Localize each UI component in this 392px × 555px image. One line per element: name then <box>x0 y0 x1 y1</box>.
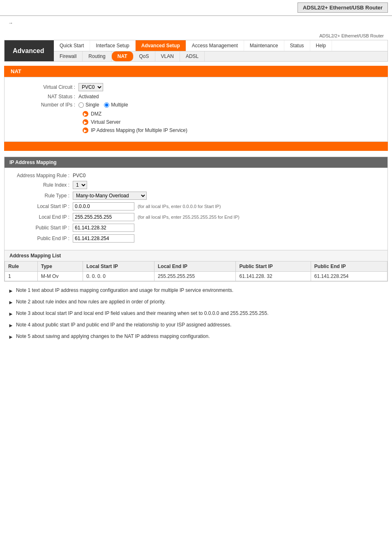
sub-tab-vlan[interactable]: VLAN <box>155 51 180 61</box>
mapping-table: Rule Type Local Start IP Local End IP Pu… <box>5 261 387 281</box>
device-title: ADSL2/2+ Ethernet/USB Router <box>297 2 388 13</box>
cell-local-end-ip: 255.255.255.255 <box>154 272 236 281</box>
public-start-ip-input[interactable] <box>73 224 134 232</box>
cell-local-start-ip: 0. 0. 0. 0 <box>83 272 154 281</box>
rule-index-label: Rule Index : <box>11 182 73 188</box>
table-row: 1 M-M Ov 0. 0. 0. 0 255.255.255.255 61.1… <box>5 272 387 281</box>
local-end-ip-input[interactable] <box>73 213 134 221</box>
sub-tab-qos[interactable]: QoS <box>134 51 155 61</box>
sub-tab-routing[interactable]: Routing <box>83 51 111 61</box>
local-start-ip-input[interactable] <box>73 202 134 210</box>
address-mapping-rule-value: PVC0 <box>73 173 85 178</box>
nav-tabs-top: Quick Start Interface Setup Advanced Set… <box>54 40 387 51</box>
note-4-arrow: ► <box>8 322 14 328</box>
tab-advanced-setup[interactable]: Advanced Setup <box>136 40 186 51</box>
sub-tab-adsl[interactable]: ADSL <box>180 51 205 61</box>
nat-status-label: NAT Status : <box>13 94 78 99</box>
single-label: Single <box>85 102 99 108</box>
number-of-ips-row: Number of IPs : Single Multiple <box>13 102 379 108</box>
local-end-ip-label: Local End IP : <box>11 214 73 220</box>
multiple-radio[interactable] <box>104 102 109 108</box>
virtual-circuit-select[interactable]: PVC0 <box>78 83 103 91</box>
rule-index-select[interactable]: 1 <box>73 181 87 189</box>
sub-tab-nat[interactable]: NAT <box>112 51 134 61</box>
col-public-end-ip: Public End IP <box>311 261 387 272</box>
ip-mapping-body: Address Mapping Rule : PVC0 Rule Index :… <box>5 168 387 250</box>
ip-address-mapping-bullet[interactable]: ▶ IP Address Mapping (for Multiple IP Se… <box>83 127 379 133</box>
public-end-ip-row: Public End IP : <box>11 234 381 243</box>
single-radio[interactable] <box>78 102 84 108</box>
cell-rule: 1 <box>5 272 38 281</box>
note-2: ► Note 2 about rule index and how rules … <box>8 299 384 305</box>
cell-public-end-ip: 61.141.228.254 <box>311 272 387 281</box>
nat-status-row: NAT Status : Activated <box>13 94 379 99</box>
bullet-list: ▶ DMZ ▶ Virtual Server ▶ IP Address Mapp… <box>83 111 379 133</box>
col-local-start-ip: Local Start IP <box>83 261 154 272</box>
nat-box: Virtual Circuit : PVC0 NAT Status : Acti… <box>4 77 388 142</box>
tab-help[interactable]: Help <box>310 40 332 51</box>
local-end-ip-row: Local End IP : (for all local IPs, enter… <box>11 213 381 221</box>
rule-type-select[interactable]: Many-to-Many Overload <box>73 192 147 200</box>
col-local-end-ip: Local End IP <box>154 261 236 272</box>
rule-index-row: Rule Index : 1 <box>11 181 381 189</box>
tab-access-management[interactable]: Access Management <box>186 40 244 51</box>
col-rule: Rule <box>5 261 38 272</box>
dmz-icon: ▶ <box>83 111 88 117</box>
breadcrumb: → <box>8 20 384 26</box>
number-of-ips-group: Single Multiple <box>78 102 128 108</box>
virtual-circuit-row: Virtual Circuit : PVC0 <box>13 83 379 91</box>
main-nav: Advanced Quick Start Interface Setup Adv… <box>4 40 388 62</box>
multiple-label: Multiple <box>111 102 128 108</box>
breadcrumb-arrow: → <box>8 20 13 26</box>
dmz-label: DMZ <box>91 111 101 117</box>
sub-tab-firewall[interactable]: Firewall <box>54 51 83 61</box>
device-label: ADSL2/2+ Ethernet/USB Router <box>0 33 392 38</box>
note-1-arrow: ► <box>8 288 14 294</box>
rule-type-row: Rule Type : Many-to-Many Overload <box>11 192 381 200</box>
virtual-server-label: Virtual Server <box>91 119 120 125</box>
note-3-arrow: ► <box>8 311 14 317</box>
note-2-arrow: ► <box>8 299 14 305</box>
note-5-arrow: ► <box>8 334 14 340</box>
nav-tabs-container: Quick Start Interface Setup Advanced Set… <box>54 40 387 61</box>
number-of-ips-label: Number of IPs : <box>13 102 78 108</box>
public-end-ip-input[interactable] <box>73 234 134 243</box>
multiple-radio-label[interactable]: Multiple <box>104 102 128 108</box>
note-3: ► Note 3 about local start IP and local … <box>8 310 384 317</box>
rule-type-label: Rule Type : <box>11 193 73 199</box>
nav-sub-tabs: Firewall Routing NAT QoS VLAN ADSL <box>54 51 387 61</box>
tab-quick-start[interactable]: Quick Start <box>54 40 90 51</box>
public-start-ip-row: Public Start IP : <box>11 224 381 232</box>
dmz-bullet[interactable]: ▶ DMZ <box>83 111 379 117</box>
tab-maintenance[interactable]: Maintenance <box>244 40 284 51</box>
nat-status-value: Activated <box>78 94 99 99</box>
virtual-server-icon: ▶ <box>83 119 88 125</box>
table-header-row: Rule Type Local Start IP Local End IP Pu… <box>5 261 387 272</box>
cell-public-start-ip: 61.141.228. 32 <box>236 272 311 281</box>
note-1: ► Note 1 text about IP address mapping c… <box>8 287 384 294</box>
orange-footer <box>4 142 388 151</box>
breadcrumb-area: → <box>0 16 392 33</box>
note-4: ► Note 4 about public start IP and publi… <box>8 322 384 328</box>
note-1-text: Note 1 text about IP address mapping con… <box>16 287 233 293</box>
address-mapping-list-label: Address Mapping List <box>5 250 387 261</box>
cell-type: M-M Ov <box>37 272 83 281</box>
ip-address-mapping-label: IP Address Mapping (for Multiple IP Serv… <box>91 127 187 133</box>
top-bar: ADSL2/2+ Ethernet/USB Router <box>0 0 392 16</box>
ip-mapping-header: IP Address Mapping <box>5 157 387 168</box>
local-start-ip-hint: (for all local IPs, enter 0.0.0.0 for St… <box>138 204 221 209</box>
col-public-start-ip: Public Start IP <box>236 261 311 272</box>
single-radio-label[interactable]: Single <box>78 102 99 108</box>
address-mapping-rule-row: Address Mapping Rule : PVC0 <box>11 173 381 178</box>
col-type: Type <box>37 261 83 272</box>
public-end-ip-label: Public End IP : <box>11 236 73 241</box>
note-5-text: Note 5 about saving and applying changes… <box>16 333 210 339</box>
tab-interface-setup[interactable]: Interface Setup <box>90 40 135 51</box>
local-end-ip-hint: (for all local IPs, enter 255.255.255.25… <box>138 215 240 220</box>
local-start-ip-label: Local Start IP : <box>11 204 73 209</box>
tab-status[interactable]: Status <box>284 40 310 51</box>
virtual-circuit-label: Virtual Circuit : <box>13 84 78 90</box>
virtual-server-bullet[interactable]: ▶ Virtual Server <box>83 119 379 125</box>
note-4-text: Note 4 about public start IP and public … <box>16 322 231 328</box>
nav-section-label: Advanced <box>5 40 54 61</box>
